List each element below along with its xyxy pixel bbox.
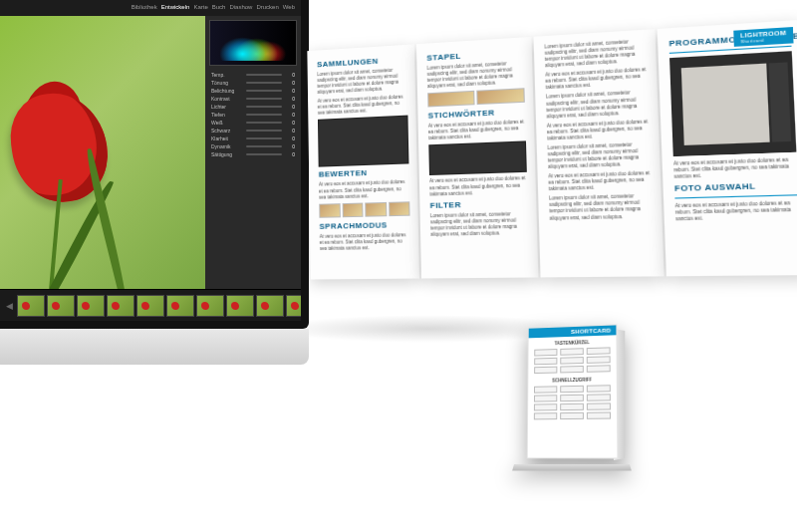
table-row: [534, 411, 611, 419]
body-text: Lorem ipsum dolor sit amet, consetetur s…: [546, 90, 650, 121]
slider-blacks[interactable]: Schwarz0: [211, 128, 295, 133]
tent-base: [512, 464, 632, 470]
body-text: At vero eos et accusam et justo duo dolo…: [320, 232, 411, 252]
filmstrip-thumb[interactable]: [196, 295, 224, 317]
work-area: Temp.0 Tönung0 Belichtung0 Kontrast0 Lic…: [0, 16, 301, 289]
filmstrip: ◀ ▶: [0, 289, 301, 321]
body-text: At vero eos et accusam et justo duo dolo…: [545, 67, 648, 92]
tent-front: SHORTCARD TASTENKÜRZEL SCHNELLZUGRIFF: [527, 324, 619, 458]
brochure-page-4: LIGHTROOM Shortcard PROGRAMMOBERFLÄCHE A…: [658, 20, 797, 276]
heading-filter: FILTER: [430, 198, 528, 210]
filmstrip-thumb[interactable]: [166, 295, 194, 317]
slider-highlights[interactable]: Lichter0: [211, 104, 295, 110]
filmstrip-thumb[interactable]: [286, 295, 301, 317]
sample-thumb-row: [319, 201, 409, 218]
table-row: [534, 394, 611, 401]
slider-whites[interactable]: Weiß0: [211, 120, 295, 126]
imac-monitor: Bibliothek Entwickeln Karte Buch Diashow…: [0, 0, 309, 389]
monitor-chin: [0, 329, 309, 365]
filmstrip-thumb[interactable]: [107, 295, 134, 317]
body-text: At vero eos et accusam et justo duo dolo…: [548, 170, 652, 193]
brochure-page-2: STAPEL Lorem ipsum dolor sit amet, conse…: [416, 37, 538, 279]
slider-vibrance[interactable]: Dynamik0: [211, 143, 295, 149]
table-row: [534, 385, 611, 393]
table-row: [534, 402, 611, 410]
filmstrip-thumb[interactable]: [256, 295, 284, 317]
heading-bewerten: BEWERTEN: [319, 167, 409, 179]
brochure-page-1: SAMMLUNGEN Lorem ipsum dolor sit amet, c…: [307, 44, 419, 279]
app-interface-screenshot: [669, 51, 796, 156]
reference-brochure: SAMMLUNGEN Lorem ipsum dolor sit amet, c…: [307, 20, 797, 280]
filmstrip-thumb[interactable]: [47, 295, 75, 317]
filmstrip-thumb[interactable]: [226, 295, 254, 317]
module-tab-develop[interactable]: Entwickeln: [161, 4, 190, 10]
histogram[interactable]: [209, 20, 297, 66]
filmstrip-thumb[interactable]: [77, 295, 105, 317]
basic-sliders: Temp.0 Tönung0 Belichtung0 Kontrast0 Lic…: [205, 70, 301, 289]
slider-exposure[interactable]: Belichtung0: [211, 88, 295, 94]
body-text: At vero eos et accusam et justo duo dolo…: [429, 175, 527, 197]
body-text: At vero eos et accusam et justo duo dolo…: [675, 200, 797, 223]
slider-temp[interactable]: Temp.0: [211, 72, 295, 78]
ui-screenshot-dark: [318, 116, 408, 167]
table-row: [534, 356, 610, 365]
body-text: At vero eos et accusam et justo duo dolo…: [673, 156, 797, 180]
body-text: Lorem ipsum dolor sit amet, consetetur s…: [544, 38, 647, 69]
app-screen: Bibliothek Entwickeln Karte Buch Diashow…: [0, 0, 301, 321]
ui-screenshot-dark: [428, 141, 527, 176]
filmstrip-thumb[interactable]: [17, 295, 45, 317]
module-tab-slideshow[interactable]: Diashow: [229, 4, 252, 10]
slider-saturation[interactable]: Sättigung0: [211, 151, 295, 157]
table-row: [534, 347, 610, 356]
body-text: Lorem ipsum dolor sit amet, consetetur s…: [547, 141, 651, 171]
main-photo-canvas[interactable]: [0, 16, 205, 289]
slider-tint[interactable]: Tönung0: [211, 80, 295, 86]
body-text: Lorem ipsum dolor sit amet, consetetur s…: [430, 210, 529, 237]
body-text: At vero eos et accusam et justo duo dolo…: [319, 179, 409, 200]
develop-right-panel: Temp.0 Tönung0 Belichtung0 Kontrast0 Lic…: [205, 16, 301, 289]
brand-tab: LIGHTROOM Shortcard: [733, 27, 794, 47]
body-text: Lorem ipsum dolor sit amet, consetetur s…: [317, 67, 407, 96]
heading-sprachmodus: SPRACHMODUS: [320, 219, 410, 230]
body-text: At vero eos et accusam et justo duo dolo…: [428, 120, 526, 142]
body-text: At vero eos et accusam et justo duo dolo…: [547, 119, 651, 142]
table-row: [534, 365, 611, 374]
module-tab-library[interactable]: Bibliothek: [132, 4, 157, 10]
body-text: At vero eos et accusam et justo duo dolo…: [318, 95, 408, 118]
tent-section-b: SCHNELLZUGRIFF: [534, 377, 611, 384]
module-tab-book[interactable]: Buch: [212, 4, 226, 10]
filmstrip-prev-icon[interactable]: ◀: [4, 301, 15, 311]
module-tab-web[interactable]: Web: [283, 4, 295, 10]
filmstrip-thumb[interactable]: [136, 295, 164, 317]
slider-clarity[interactable]: Klarheit0: [211, 135, 295, 141]
heading-stichwoerter: STICHWÖRTER: [428, 107, 526, 121]
body-text: Lorem ipsum dolor sit amet, consetetur s…: [427, 60, 525, 90]
slider-shadows[interactable]: Tiefen0: [211, 112, 295, 118]
slider-contrast[interactable]: Kontrast0: [211, 96, 295, 102]
heading-rule: [674, 194, 797, 198]
sample-thumb-row: [427, 88, 525, 107]
module-picker: Bibliothek Entwickeln Karte Buch Diashow…: [0, 0, 301, 16]
body-text: Lorem ipsum dolor sit amet, consetetur s…: [549, 193, 654, 222]
tent-section-a: TASTENKÜRZEL: [534, 339, 610, 346]
monitor-bezel: Bibliothek Entwickeln Karte Buch Diashow…: [0, 0, 309, 329]
module-tab-map[interactable]: Karte: [193, 4, 207, 10]
tent-card: SHORTCARD TASTENKÜRZEL SCHNELLZUGRIFF: [506, 325, 638, 484]
heading-fotoauswahl: FOTO AUSWAHL: [674, 180, 797, 193]
brochure-page-3: Lorem ipsum dolor sit amet, consetetur s…: [534, 29, 664, 277]
module-tab-print[interactable]: Drucken: [256, 4, 278, 10]
tent-title: SHORTCARD: [529, 325, 617, 338]
